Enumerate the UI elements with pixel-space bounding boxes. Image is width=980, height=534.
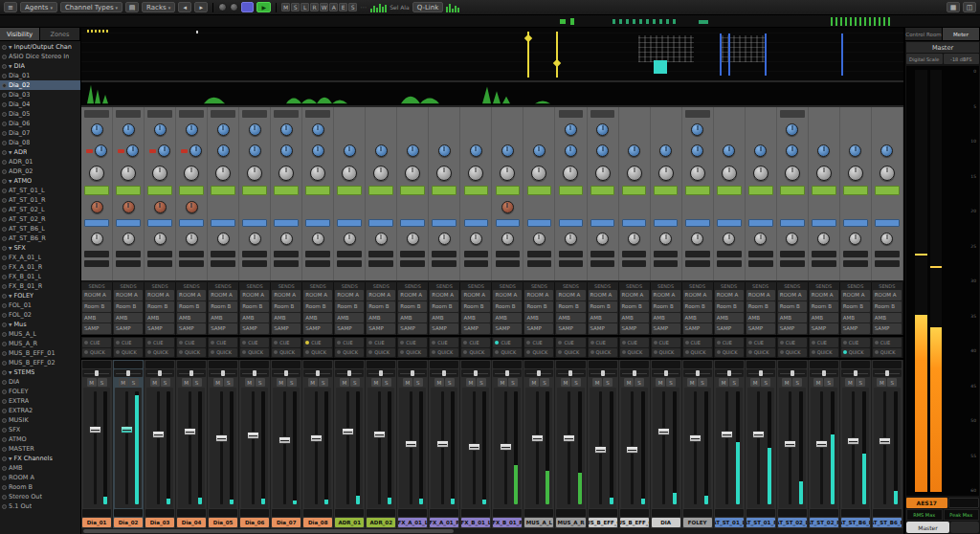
gain-knob[interactable] <box>154 123 167 136</box>
input-knob[interactable] <box>880 145 893 157</box>
insert-slot[interactable] <box>780 219 805 227</box>
strip-module-slot[interactable] <box>242 186 267 195</box>
visibility-dot[interactable] <box>2 208 7 212</box>
mute-button[interactable]: M <box>561 378 570 387</box>
send-slot[interactable]: SAMP <box>683 323 712 334</box>
pan-slider[interactable] <box>715 369 744 377</box>
mute-button[interactable]: M <box>87 378 97 387</box>
mute-button[interactable]: M <box>119 378 128 387</box>
input-knob[interactable] <box>407 145 419 157</box>
quick-button[interactable]: QUICK <box>335 348 364 358</box>
channel-name[interactable]: AT_ST_01_R <box>746 518 775 527</box>
channel-strip[interactable]: MSFX_A_01_R <box>429 360 460 528</box>
mute-button[interactable]: M <box>245 378 255 387</box>
channel-name[interactable]: FX_B_01_L <box>461 518 490 527</box>
fader-value-display[interactable] <box>556 509 585 517</box>
sidebar-item[interactable]: ▼SFX <box>0 243 80 253</box>
solo-button[interactable]: S <box>508 378 518 387</box>
fader-value-display[interactable] <box>493 509 522 517</box>
pan-slider[interactable] <box>398 369 427 377</box>
routing-display[interactable] <box>778 361 807 368</box>
fader-handle[interactable] <box>436 440 449 448</box>
send-slot[interactable]: SAMP <box>209 323 237 334</box>
saturation-knob[interactable] <box>122 201 135 213</box>
sidebar-item[interactable]: FOL_01 <box>0 300 80 310</box>
qlink-button[interactable]: Q-Link <box>412 2 444 12</box>
collapse-arrow-icon[interactable]: ▼ <box>9 294 11 299</box>
send-slot[interactable]: ROOM A <box>493 290 522 300</box>
routing-display[interactable] <box>715 361 744 368</box>
solo-button[interactable]: S <box>792 378 802 387</box>
cue-button[interactable]: CUE <box>493 338 522 347</box>
fader-value-display[interactable] <box>652 509 680 517</box>
insert-slot[interactable] <box>211 219 235 227</box>
fader-handle[interactable] <box>626 446 638 454</box>
routing-display[interactable] <box>303 361 332 368</box>
cue-button[interactable]: CUE <box>715 338 744 347</box>
strip-module-slot[interactable] <box>496 186 521 195</box>
comp-knob[interactable] <box>249 233 261 245</box>
fader-value-display[interactable] <box>303 509 332 517</box>
visibility-dot[interactable] <box>2 409 7 413</box>
send-slot[interactable]: ROOM A <box>82 290 111 300</box>
solo-button[interactable]: S <box>477 378 486 387</box>
visibility-dot[interactable] <box>2 256 7 260</box>
fader-handle[interactable] <box>310 434 323 442</box>
channel-name[interactable]: AT_ST_02_L <box>778 518 807 527</box>
solo-button[interactable]: S <box>382 378 391 387</box>
eq-knob[interactable] <box>880 166 895 181</box>
send-slot[interactable]: AMB <box>715 313 744 323</box>
sidebar-item[interactable]: MUS_B_EFF_01 <box>0 348 80 358</box>
stop-button[interactable] <box>241 2 254 12</box>
channel-name[interactable]: AT_ST_B6_L <box>841 518 870 527</box>
insert-slot[interactable] <box>527 219 552 227</box>
fader-handle[interactable] <box>689 434 702 442</box>
gain-knob[interactable] <box>91 123 103 136</box>
pan-slider[interactable] <box>82 369 111 377</box>
strip-module-slot[interactable] <box>116 186 141 195</box>
routing-display[interactable] <box>620 361 649 368</box>
gain-knob[interactable] <box>122 123 135 136</box>
send-slot[interactable]: ROOM A <box>367 290 395 300</box>
solo-button[interactable]: S <box>319 378 328 387</box>
send-slot[interactable]: ROOM A <box>620 290 649 300</box>
channel-name[interactable]: DIA <box>652 518 680 527</box>
fader-handle[interactable] <box>879 437 891 445</box>
input-knob[interactable] <box>628 145 640 157</box>
tab-control-room[interactable]: Control Room <box>905 28 943 41</box>
channel-name[interactable]: AT_ST_01_L <box>715 518 744 527</box>
quick-button[interactable]: QUICK <box>493 348 522 358</box>
eq-knob[interactable] <box>247 166 262 181</box>
visibility-dot[interactable] <box>2 399 7 404</box>
visibility-dot[interactable] <box>2 160 7 165</box>
channel-strip[interactable]: MSAT_ST_B6_L <box>840 360 872 528</box>
sidebar-item[interactable]: ADR_02 <box>0 167 80 176</box>
send-slot[interactable]: ROOM A <box>114 290 143 300</box>
send-slot[interactable]: Room B <box>778 301 807 312</box>
pan-slider[interactable] <box>177 369 206 377</box>
fader-value-display[interactable] <box>524 509 553 517</box>
fader-handle[interactable] <box>563 434 575 442</box>
send-slot[interactable]: SAMP <box>367 323 395 334</box>
send-slot[interactable]: Room B <box>461 301 490 312</box>
channel-name[interactable]: Dia_08 <box>303 518 332 527</box>
send-slot[interactable]: SAMP <box>556 323 585 334</box>
comp-knob[interactable] <box>186 233 198 245</box>
toolbar-letter-a[interactable]: A <box>329 3 338 11</box>
sidebar-item[interactable]: ▼FX Channels <box>0 454 80 463</box>
collapse-arrow-icon[interactable]: ▼ <box>9 64 11 69</box>
master-output-button[interactable]: Master <box>906 522 949 533</box>
fader-handle[interactable] <box>594 446 607 454</box>
pan-slider[interactable] <box>367 369 395 377</box>
comp-knob[interactable] <box>501 233 514 245</box>
sidebar-item[interactable]: Dia_06 <box>0 119 80 128</box>
visibility-dot[interactable] <box>2 93 7 98</box>
pan-slider[interactable] <box>778 369 807 377</box>
visibility-dot[interactable] <box>2 275 7 279</box>
routing-display[interactable] <box>82 361 111 368</box>
insert-slot[interactable] <box>717 219 742 227</box>
collapse-arrow-icon[interactable]: ▼ <box>9 150 11 155</box>
channel-name[interactable]: Dia_07 <box>272 518 301 527</box>
solo-button[interactable]: S <box>98 378 107 387</box>
fader-value-display[interactable] <box>114 509 143 517</box>
